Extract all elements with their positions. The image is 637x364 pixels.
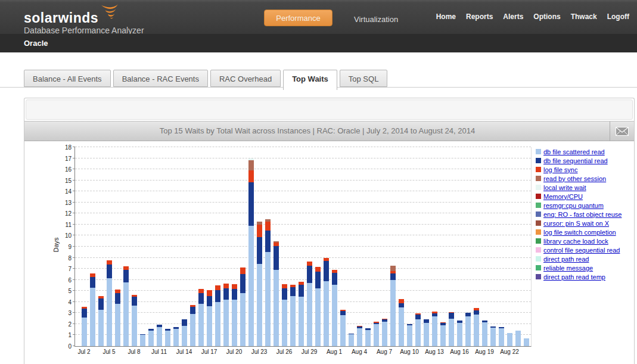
bar-jul-16[interactable] — [198, 289, 204, 346]
legend-swatch-icon — [536, 274, 541, 279]
database-breadcrumb-bar: Oracle — [0, 34, 637, 52]
plot-area: 0123456789101112131415161718Jul 2Jul 5Ju… — [74, 147, 532, 347]
tab-top-sql[interactable]: Top SQL — [340, 70, 388, 87]
tab-balance-all-events[interactable]: Balance - All Events — [24, 70, 111, 87]
bar-jul-14[interactable] — [182, 319, 187, 346]
bar-jul-2[interactable] — [82, 307, 87, 346]
virtualization-nav-link[interactable]: Virtualization — [354, 15, 398, 24]
legend-item-library-cache-load-lock[interactable]: library cache load lock — [536, 237, 634, 245]
bar-jul-24[interactable] — [265, 219, 271, 346]
bar-aug-4[interactable] — [357, 326, 362, 346]
bar-segment-db-file-sequential-read — [240, 274, 246, 293]
nav-link-logoff[interactable]: Logoff — [607, 13, 629, 21]
bar-aug-22[interactable] — [507, 333, 512, 346]
bar-segment-db-file-sequential-read — [140, 334, 145, 335]
bar-aug-3[interactable] — [349, 334, 354, 346]
bar-segment-db-file-scattered-read — [332, 285, 337, 346]
x-tick-label-aug-10: Aug 10 — [396, 349, 422, 355]
legend-item-reliable-message[interactable]: reliable message — [536, 263, 634, 272]
bar-aug-5[interactable] — [365, 328, 371, 346]
bar-segment-log-file-sync — [390, 271, 396, 274]
bar-jul-10[interactable] — [148, 329, 154, 346]
nav-link-options[interactable]: Options — [533, 13, 560, 21]
bar-aug-8[interactable] — [390, 266, 396, 346]
bar-jul-22[interactable] — [248, 158, 254, 346]
bar-jul-29[interactable] — [307, 262, 312, 346]
bar-jul-28[interactable] — [299, 282, 304, 346]
legend-item-local-write-wait[interactable]: local write wait — [536, 183, 634, 192]
bar-jul-20[interactable] — [232, 284, 237, 346]
nav-link-home[interactable]: Home — [436, 13, 456, 21]
performance-nav-button[interactable]: Performance — [264, 10, 333, 26]
bar-jul-31[interactable] — [324, 258, 329, 346]
bar-jul-17[interactable] — [207, 290, 212, 346]
legend-item-control-file-sequential-read[interactable]: control file sequential read — [536, 245, 634, 254]
bar-aug-7[interactable] — [382, 319, 387, 346]
bar-aug-21[interactable] — [499, 327, 504, 346]
bar-segment-db-file-sequential-read — [374, 323, 379, 324]
bar-aug-11[interactable] — [415, 313, 421, 346]
legend-item-memory-cpu[interactable]: Memory/CPU — [536, 192, 634, 201]
nav-link-thwack[interactable]: Thwack — [571, 13, 597, 21]
bar-jul-23[interactable] — [257, 222, 262, 346]
bar-aug-6[interactable] — [374, 322, 379, 346]
legend-item-direct-path-read-temp[interactable]: direct path read temp — [536, 272, 634, 281]
bar-jul-5[interactable] — [107, 260, 112, 346]
bar-aug-10[interactable] — [407, 324, 412, 346]
legend-item-log-file-sync[interactable]: log file sync — [536, 165, 634, 174]
bar-aug-12[interactable] — [424, 319, 429, 346]
bar-jul-6[interactable] — [115, 290, 120, 346]
bar-jul-13[interactable] — [173, 327, 179, 346]
bar-jul-7[interactable] — [123, 266, 129, 346]
bar-aug-24[interactable] — [524, 338, 529, 346]
y-tick-mark — [73, 323, 75, 324]
bar-jul-26[interactable] — [282, 284, 287, 346]
bar-segment-db-file-scattered-read — [457, 323, 462, 346]
bar-jul-3[interactable] — [90, 273, 95, 346]
y-tick-label-8: 8 — [55, 255, 72, 262]
bar-jul-21[interactable] — [240, 267, 246, 346]
legend-item-cursor-pin-s-wait-on-x[interactable]: cursor: pin S wait on X — [536, 219, 634, 228]
tab-rac-overhead[interactable]: RAC Overhead — [210, 70, 281, 87]
bar-aug-2[interactable] — [340, 310, 346, 346]
bar-jul-12[interactable] — [165, 329, 170, 346]
bar-jul-30[interactable] — [315, 267, 321, 346]
legend-item-log-file-switch-completion[interactable]: log file switch completion — [536, 228, 634, 237]
bar-jul-27[interactable] — [290, 285, 296, 346]
legend-item-db-file-sequential-read[interactable]: db file sequential read — [536, 156, 634, 165]
bar-aug-1[interactable] — [332, 270, 337, 346]
bar-aug-17[interactable] — [465, 313, 471, 346]
bar-aug-23[interactable] — [515, 331, 521, 346]
tab-top-waits[interactable]: Top Waits — [283, 70, 337, 90]
email-report-button[interactable] — [610, 122, 634, 141]
nav-link-reports[interactable]: Reports — [466, 13, 493, 21]
bar-jul-19[interactable] — [223, 284, 229, 346]
bar-segment-log-file-sync — [265, 222, 271, 231]
bar-jul-25[interactable] — [274, 241, 279, 346]
bar-aug-19[interactable] — [482, 321, 487, 346]
legend-item-enq-ro-fast-object-reuse[interactable]: enq: RO - fast object reuse — [536, 210, 634, 219]
bar-segment-log-file-sync — [324, 258, 329, 262]
bar-aug-13[interactable] — [432, 312, 437, 346]
bar-segment-read-by-other-session — [390, 266, 396, 271]
bar-aug-9[interactable] — [399, 299, 404, 346]
bar-jul-15[interactable] — [190, 305, 195, 346]
legend-label: enq: RO - fast object reuse — [543, 211, 622, 218]
bar-aug-20[interactable] — [490, 326, 496, 346]
bar-jul-9[interactable] — [140, 335, 145, 346]
legend-item-read-by-other-session[interactable]: read by other session — [536, 174, 634, 183]
tab-balance-rac-events[interactable]: Balance - RAC Events — [113, 70, 208, 87]
bar-jul-4[interactable] — [98, 296, 104, 346]
legend-item-db-file-scattered-read[interactable]: db file scattered read — [536, 147, 634, 156]
nav-link-alerts[interactable]: Alerts — [503, 13, 523, 21]
bar-jul-8[interactable] — [132, 295, 137, 346]
bar-aug-18[interactable] — [474, 308, 479, 346]
bar-aug-14[interactable] — [440, 322, 446, 346]
bar-aug-16[interactable] — [457, 321, 462, 346]
legend-item-direct-path-read[interactable]: direct path read — [536, 254, 634, 263]
legend-item-resmgr-cpu-quantum[interactable]: resmgr:cpu quantum — [536, 201, 634, 210]
bar-jul-11[interactable] — [157, 325, 162, 346]
bar-aug-15[interactable] — [449, 312, 454, 346]
bar-jul-18[interactable] — [215, 285, 220, 346]
legend-label: read by other session — [543, 175, 606, 182]
